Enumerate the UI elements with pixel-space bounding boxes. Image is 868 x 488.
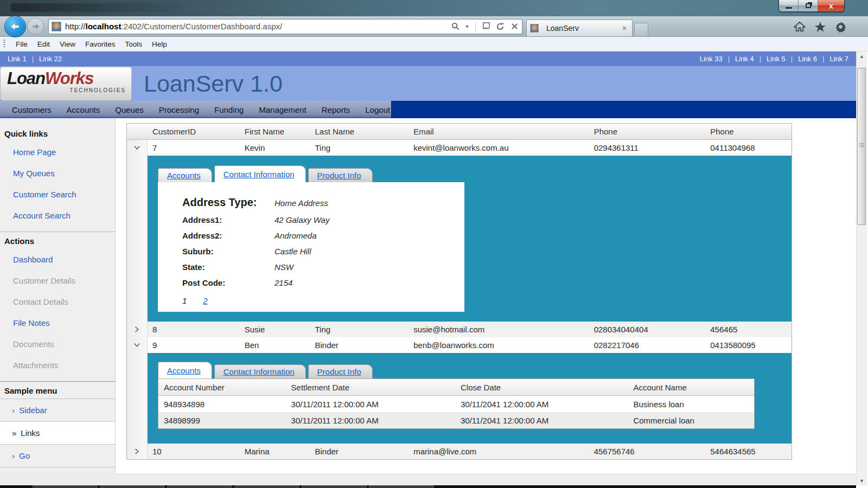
forward-button[interactable]: [27, 18, 44, 35]
menu-view[interactable]: View: [55, 38, 80, 50]
taskbar-button[interactable]: [33, 485, 98, 488]
sidebar-item-home-page[interactable]: Home Page: [0, 142, 115, 163]
stop-button[interactable]: [509, 21, 520, 33]
cell-settlement-date: 30/11/2011 12:00:00 AM: [291, 416, 461, 425]
tab-contact-information[interactable]: Contact Information: [214, 165, 306, 182]
tab-close-button[interactable]: ×: [620, 24, 629, 33]
link-22[interactable]: Link 22: [39, 55, 62, 63]
taskbar-button[interactable]: [369, 485, 434, 488]
toolbar-drag-handle[interactable]: [3, 40, 5, 48]
link-5[interactable]: Link 5: [767, 55, 786, 63]
row-expander[interactable]: [127, 444, 148, 459]
menu-help[interactable]: Help: [147, 38, 172, 50]
browser-tab-loanserv[interactable]: LoanServ ×: [526, 20, 633, 36]
chevron-right-icon: ›: [12, 451, 15, 460]
search-dropdown-button[interactable]: ▾: [464, 21, 470, 33]
compatibility-view-button[interactable]: [481, 21, 492, 33]
scrollbar-thumb[interactable]: [857, 68, 866, 225]
cell-customerid: 7: [148, 143, 245, 152]
favorites-star-icon[interactable]: [814, 21, 826, 33]
tab-accounts[interactable]: Accounts: [158, 362, 212, 378]
cell-settlement-date: 30/11/2011 12:00:00 AM: [291, 400, 461, 409]
cell-email: susie@hotmail.com: [413, 325, 593, 334]
nav-logout[interactable]: Logout: [358, 105, 398, 114]
detail-tabstrip: Accounts Contact Information Product Inf…: [158, 362, 792, 378]
cell-first-name: Marina: [245, 447, 315, 456]
page-viewport: Link 1 | Link 22 Link 33 | Link 4 | Link…: [0, 52, 868, 488]
link-separator: |: [728, 55, 730, 63]
window-title-bar: x: [0, 0, 868, 16]
loanworks-logo: LoanWorks TECHNOLOGIES: [0, 67, 132, 101]
minimize-button[interactable]: [779, 0, 799, 11]
link-7[interactable]: Link 7: [829, 55, 848, 63]
sidebar-item-links[interactable]: »Links: [0, 422, 115, 445]
new-tab-button[interactable]: [634, 23, 648, 36]
cell-customerid: 10: [148, 447, 245, 456]
link-4[interactable]: Link 4: [735, 55, 754, 63]
menu-file[interactable]: File: [11, 38, 33, 50]
scroll-down-button[interactable]: ▼: [857, 476, 867, 485]
taskbar-button[interactable]: [100, 485, 165, 488]
sidebar-item-sidebar[interactable]: ›Sidebar: [0, 399, 115, 422]
row-expander[interactable]: [127, 140, 148, 156]
link-1[interactable]: Link 1: [8, 55, 27, 63]
scroll-up-button[interactable]: ▲: [857, 52, 867, 61]
nav-management[interactable]: Management: [251, 105, 314, 114]
address-bar[interactable]: http://localhost:2402/Customers/Customer…: [48, 19, 522, 34]
home-icon[interactable]: [794, 21, 806, 32]
link-separator: |: [822, 55, 824, 63]
page-1-current: 1: [182, 296, 187, 305]
tools-gear-icon[interactable]: [835, 21, 846, 33]
sidebar-item-file-notes[interactable]: File Notes: [0, 312, 115, 333]
nav-queues[interactable]: Queues: [107, 105, 151, 114]
close-window-button[interactable]: x: [818, 0, 844, 11]
nav-reports[interactable]: Reports: [314, 105, 358, 114]
contact-information-card: Address Type: Home Address Address1: 42 …: [158, 182, 464, 312]
sidebar-item-my-queues[interactable]: My Queues: [0, 163, 115, 184]
link-33[interactable]: Link 33: [700, 55, 723, 63]
top-link-bar: Link 1 | Link 22 Link 33 | Link 4 | Link…: [0, 52, 856, 66]
tab-contact-information[interactable]: Contact Information: [214, 364, 306, 378]
taskbar-button[interactable]: [234, 485, 299, 488]
menu-edit[interactable]: Edit: [33, 38, 55, 50]
tab-accounts[interactable]: Accounts: [158, 168, 212, 182]
sidebar: Quick links Home Page My Queues Customer…: [0, 118, 116, 473]
taskbar-button[interactable]: [167, 485, 232, 488]
page-2-link[interactable]: 2: [203, 296, 207, 305]
menu-favorites[interactable]: Favorites: [80, 38, 120, 50]
refresh-button[interactable]: [495, 21, 506, 33]
taskbar-button[interactable]: [302, 485, 367, 488]
col-phone-2: Phone: [710, 127, 792, 136]
sidebar-item-customer-search[interactable]: Customer Search: [0, 184, 115, 205]
cell-phone-1: 028034040404: [594, 325, 711, 334]
nav-funding[interactable]: Funding: [207, 105, 251, 114]
link-6[interactable]: Link 6: [798, 55, 817, 63]
nav-customers[interactable]: Customers: [4, 105, 59, 114]
link-separator: |: [791, 55, 793, 63]
menu-tools[interactable]: Tools: [120, 38, 148, 50]
sidebar-item-documents: Documents: [0, 333, 115, 355]
cell-phone-1: 0282217046: [594, 341, 711, 350]
tab-product-info[interactable]: Product Info: [308, 168, 373, 182]
scrollbar-track[interactable]: [857, 61, 867, 476]
row-expander[interactable]: [127, 337, 148, 353]
sidebar-item-go[interactable]: ›Go: [0, 445, 115, 467]
field-state: State: NSW: [182, 262, 464, 272]
col-customerid: CustomerID: [148, 127, 245, 136]
nav-processing[interactable]: Processing: [151, 105, 207, 114]
sidebar-item-account-search[interactable]: Account Search: [0, 205, 115, 226]
sidebar-item-dashboard[interactable]: Dashboard: [0, 249, 115, 270]
cell-close-date: 30/11/2041 12:00:00 AM: [461, 416, 633, 425]
cell-first-name: Kevin: [245, 143, 315, 152]
back-button[interactable]: [4, 16, 26, 37]
restore-button[interactable]: [799, 0, 818, 11]
vertical-scrollbar[interactable]: ▲ ▼: [856, 52, 867, 485]
row-expander[interactable]: [127, 322, 148, 337]
expander-spacer: [127, 353, 148, 444]
tab-favicon: [530, 24, 539, 33]
col-last-name: Last Name: [315, 127, 414, 136]
nav-accounts[interactable]: Accounts: [59, 105, 108, 114]
search-button[interactable]: [450, 21, 461, 33]
tab-product-info[interactable]: Product Info: [308, 364, 373, 378]
browser-menu-bar: File Edit View Favorites Tools Help: [0, 37, 868, 52]
